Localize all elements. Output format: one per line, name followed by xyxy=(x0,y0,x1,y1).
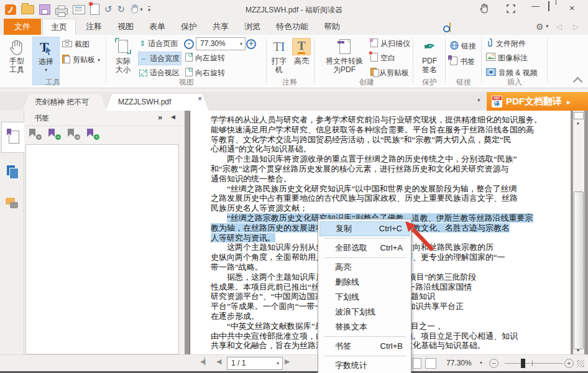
doc-tab-2-active[interactable]: MZZJLSWH.pdf xyxy=(106,94,209,111)
panel-collapse-icon[interactable]: » xyxy=(158,113,162,122)
pdf-translate-banner[interactable]: PDF文档翻译 ▸ xyxy=(487,92,588,111)
scroll-down-icon[interactable]: ▼ xyxy=(573,348,583,352)
first-page-button[interactable]: ◀▏ xyxy=(200,357,208,366)
tab-form[interactable]: 表单 xyxy=(141,19,173,35)
previous-page-button[interactable]: ◀ xyxy=(216,357,221,366)
main-area: 书签 » ◀ × + ➜ + 学学科的从业人员与研究者，参考学术研究前沿与行业研… xyxy=(0,111,588,354)
menu-item-word-count[interactable]: 字数统计 xyxy=(318,358,411,373)
image-annotation-button[interactable]: 图像标注 xyxy=(486,52,528,64)
menu-item-squiggly-underline[interactable]: 波浪下划线 xyxy=(318,305,411,320)
clipboard-icon xyxy=(62,54,70,65)
page-number-box[interactable]: 1 / 1 ▾ xyxy=(227,357,283,370)
continuous-view-icon[interactable] xyxy=(425,358,436,369)
ribbon: 手型工具 T 选择 ▾ 截图 剪贴板 ▾ 工具 实际大小 ⇕ 适合页面 ⇔ 适合… xyxy=(0,35,588,88)
document-line: 和“宗教”这两个贯穿丝路历史发展的核心元素，进行丝路历史和文化相关研究资源与 xyxy=(211,164,549,174)
tab-list-dropdown-icon[interactable]: ▾ xyxy=(477,97,480,103)
snapshot-button[interactable]: 截图 xyxy=(62,38,90,50)
rotate-left-icon: ↺ xyxy=(185,53,193,63)
fullscreen-icon[interactable] xyxy=(507,4,515,15)
clipboard-button[interactable]: 剪贴板 ▾ xyxy=(62,53,100,66)
pdf-sign-button[interactable]: ✒ PDF签名 xyxy=(416,37,443,74)
tab-help[interactable]: 帮助 xyxy=(316,19,348,35)
nav-bookmarks-button[interactable] xyxy=(1,122,25,153)
menu-item-copy[interactable]: 复制 Ctrl+C xyxy=(319,221,410,236)
zoom-in-icon[interactable]: + xyxy=(246,39,256,49)
menu-item-strikeout[interactable]: 删除线 xyxy=(318,275,411,290)
typewriter-label: 打字机 xyxy=(270,57,288,74)
add-bookmark-button[interactable]: + xyxy=(48,129,58,139)
pdf-sign-pen-icon: ✒ xyxy=(421,35,437,57)
expand-bookmark-button[interactable]: ➜ xyxy=(68,129,78,139)
menu-separator xyxy=(324,238,406,239)
zoom-in-button[interactable]: + xyxy=(564,359,574,368)
actual-size-button[interactable]: 实际大小 xyxy=(110,37,136,74)
vertical-scrollbar[interactable]: ▲ ▼ xyxy=(573,111,584,354)
panel-back-icon[interactable]: ◀ xyxy=(171,114,175,120)
bookmark-button[interactable]: 书签 xyxy=(450,55,475,68)
restore-button[interactable] xyxy=(548,1,549,11)
tab-file[interactable]: 文件 xyxy=(4,19,41,35)
bookmark-label: 书签 xyxy=(460,57,475,67)
tab-close-icon[interactable]: × xyxy=(198,94,202,103)
nav-pages-button[interactable] xyxy=(1,158,24,188)
select-tool-icon: T xyxy=(38,37,55,57)
doc-tab-1[interactable]: 亮剑精神 把不可能变... xyxy=(22,94,107,111)
zoom-out-icon[interactable]: - xyxy=(184,39,194,49)
comment-bubble-icon-2 xyxy=(10,202,18,208)
share-hand-icon[interactable] xyxy=(479,2,490,16)
bookmarks-panel: 书签 » ◀ × + ➜ + xyxy=(24,111,185,354)
scroll-up-icon[interactable]: ▲ xyxy=(573,121,583,125)
minimize-button[interactable]: — xyxy=(531,1,540,11)
scrollbar-top-box[interactable] xyxy=(574,112,584,119)
convert-to-pdf-button[interactable]: 将文件转换为PDF xyxy=(322,37,367,74)
scrollbar-thumb[interactable] xyxy=(574,191,584,349)
tab-features[interactable]: 特色功能 xyxy=(268,19,316,35)
collapse-ribbon-icon[interactable] xyxy=(573,77,583,87)
tab-view[interactable]: 视图 xyxy=(109,19,142,35)
add-child-bookmark-button[interactable]: + xyxy=(87,129,97,139)
bookmarks-list[interactable] xyxy=(25,144,179,354)
zoom-level-combo[interactable]: 77.30% ▾ xyxy=(196,37,246,50)
menu-item-underline[interactable]: 下划线 xyxy=(318,290,411,305)
from-scanner-button[interactable]: ⇲ 从扫描仪 xyxy=(370,37,410,50)
resize-grip[interactable] xyxy=(577,360,584,367)
menu-item-select-all[interactable]: 全部选取 Ctrl+A xyxy=(318,241,411,256)
link-label: 链接 xyxy=(461,41,476,52)
status-zoom-value: 77.30% xyxy=(446,359,472,367)
nav-comments-button[interactable] xyxy=(1,190,24,220)
image-icon xyxy=(486,53,495,63)
tab-comment[interactable]: 注释 xyxy=(78,19,110,35)
menu-item-bookmark[interactable]: 书签 Ctrl+B xyxy=(318,339,411,354)
search-options-dropdown-icon[interactable]: ▾ xyxy=(546,23,549,29)
hand-tool-button[interactable]: 手型工具 xyxy=(4,37,30,74)
ribbon-tab-row: 文件 主页 注释 视图 表单 保护 共享 浏览 特色功能 帮助 ⚙ ▾ ◁ ▷ xyxy=(0,19,588,35)
status-zoom-dropdown-icon[interactable]: ▾ xyxy=(480,360,482,366)
tab-home[interactable]: 主页 xyxy=(42,19,76,35)
next-page-button[interactable]: ▶ xyxy=(285,357,290,366)
zoom-out-button[interactable]: − xyxy=(489,359,498,368)
tab-browse[interactable]: 浏览 xyxy=(236,19,269,35)
link-button[interactable]: 链接 xyxy=(450,40,476,52)
menu-item-replace-text[interactable]: 替换文本 xyxy=(318,320,411,334)
zoom-slider-track[interactable] xyxy=(505,363,563,364)
highlight-button[interactable]: T 高亮 xyxy=(291,37,312,65)
fit-page-button[interactable]: ⇕ 适合页面 xyxy=(139,37,178,50)
file-attachment-button[interactable]: 文件附件 xyxy=(486,37,526,50)
delete-bookmark-button[interactable]: × xyxy=(29,129,39,139)
snapshot-label: 截图 xyxy=(75,39,90,50)
search-in-folder-icon[interactable] xyxy=(449,22,451,32)
find-previous-icon[interactable]: ◁ xyxy=(556,22,562,31)
gear-icon[interactable]: ⚙ xyxy=(536,22,544,32)
tab-protect[interactable]: 保护 xyxy=(173,19,205,35)
blank-button[interactable]: ✱ 空白 xyxy=(370,52,395,64)
find-next-icon[interactable]: ▷ xyxy=(573,22,579,31)
fit-width-button[interactable]: ⇔ 适合宽度 xyxy=(138,52,181,65)
fit-page-icon: ⇕ xyxy=(139,39,145,48)
single-page-view-icon[interactable] xyxy=(413,358,421,369)
zoom-slider-handle[interactable] xyxy=(521,359,525,368)
typewriter-button[interactable]: TI 打字机 xyxy=(269,37,290,74)
tab-share[interactable]: 共享 xyxy=(204,19,237,35)
rotate-left-button[interactable]: ↺ 向左旋转 xyxy=(185,52,225,64)
menu-item-highlight[interactable]: 高亮 xyxy=(318,260,411,275)
close-button[interactable]: × xyxy=(569,3,575,13)
